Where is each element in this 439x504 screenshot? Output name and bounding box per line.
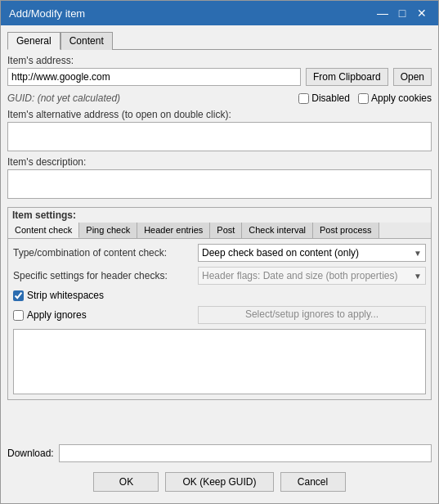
description-label: Item's description: bbox=[7, 156, 432, 168]
inner-tab-content-check[interactable]: Content check bbox=[8, 223, 79, 238]
specific-settings-row: Specific settings for header checks: Hea… bbox=[13, 267, 426, 285]
apply-ignores-label: Apply ignores bbox=[27, 309, 87, 321]
address-input[interactable] bbox=[7, 68, 301, 86]
strip-whitespaces-label: Strip whitespaces bbox=[27, 290, 104, 301]
item-settings-section: Item settings: Content check Ping check … bbox=[7, 207, 432, 400]
maximize-button[interactable]: □ bbox=[394, 6, 410, 20]
description-input[interactable] bbox=[7, 169, 432, 199]
open-button[interactable]: Open bbox=[393, 68, 432, 86]
specific-settings-arrow-icon: ▼ bbox=[414, 272, 422, 281]
address-group: Item's address: From Clipboard Open bbox=[7, 55, 432, 86]
address-row: From Clipboard Open bbox=[7, 68, 432, 86]
description-group: Item's description: bbox=[7, 156, 432, 199]
guid-row: GUID: (not yet calculated) Disabled Appl… bbox=[7, 92, 432, 104]
bottom-area: Download: OK OK (Keep GUID) Cancel bbox=[7, 444, 432, 497]
type-check-label: Type/combination of content check: bbox=[13, 247, 193, 259]
main-window: Add/Modify item — □ ✕ General Content It… bbox=[0, 0, 439, 504]
tab-content[interactable]: Content bbox=[60, 32, 113, 50]
type-check-dropdown[interactable]: Deep check based on content (only) ▼ bbox=[198, 244, 426, 262]
disabled-checkbox-label[interactable]: Disabled bbox=[298, 92, 350, 104]
item-settings-label: Item settings: bbox=[8, 208, 431, 223]
minimize-button[interactable]: — bbox=[374, 6, 391, 20]
window-body: General Content Item's address: From Cli… bbox=[1, 25, 438, 503]
inner-tabs: Content check Ping check Header entries … bbox=[8, 223, 431, 239]
alt-address-group: Item's alternative address (to open on d… bbox=[7, 109, 432, 151]
close-button[interactable]: ✕ bbox=[414, 6, 430, 20]
guid-text: GUID: (not yet calculated) bbox=[7, 92, 120, 104]
apply-ignores-checkbox[interactable] bbox=[13, 310, 24, 321]
apply-cookies-checkbox[interactable] bbox=[358, 93, 369, 104]
window-title: Add/Modify item bbox=[9, 7, 85, 20]
download-input[interactable] bbox=[59, 444, 432, 462]
apply-cookies-checkbox-label[interactable]: Apply cookies bbox=[358, 92, 432, 104]
inner-tab-ping-check[interactable]: Ping check bbox=[79, 223, 137, 238]
inner-tab-check-interval[interactable]: Check interval bbox=[242, 223, 313, 238]
ok-keep-guid-button[interactable]: OK (Keep GUID) bbox=[165, 472, 273, 492]
address-label: Item's address: bbox=[7, 55, 432, 66]
title-bar: Add/Modify item — □ ✕ bbox=[1, 1, 438, 25]
download-label: Download: bbox=[7, 448, 54, 459]
strip-whitespaces-checkbox[interactable] bbox=[13, 290, 24, 301]
ok-button[interactable]: OK bbox=[93, 472, 159, 492]
apply-ignores-checkbox-row: Apply ignores bbox=[13, 309, 193, 321]
action-buttons: OK OK (Keep GUID) Cancel bbox=[7, 467, 432, 497]
download-row: Download: bbox=[7, 444, 432, 462]
alt-address-label: Item's alternative address (to open on d… bbox=[7, 109, 432, 120]
cancel-button[interactable]: Cancel bbox=[280, 472, 346, 492]
settings-grid: Type/combination of content check: Deep … bbox=[8, 239, 431, 329]
strip-whitespaces-row: Strip whitespaces bbox=[13, 290, 426, 301]
title-bar-controls: — □ ✕ bbox=[374, 6, 430, 20]
inner-tab-post-process[interactable]: Post process bbox=[313, 223, 379, 238]
type-check-row: Type/combination of content check: Deep … bbox=[13, 244, 426, 262]
main-tabs: General Content bbox=[7, 32, 432, 50]
apply-ignores-row: Apply ignores Select/setup ignores to ap… bbox=[13, 306, 426, 324]
from-clipboard-button[interactable]: From Clipboard bbox=[306, 68, 388, 86]
inner-tab-post[interactable]: Post bbox=[210, 223, 242, 238]
select-ignores-button: Select/setup ignores to apply... bbox=[198, 306, 426, 324]
settings-spacer bbox=[13, 329, 426, 394]
specific-settings-label: Specific settings for header checks: bbox=[13, 270, 193, 281]
specific-settings-dropdown: Header flags: Date and size (both proper… bbox=[198, 267, 426, 285]
tab-general[interactable]: General bbox=[7, 32, 60, 50]
inner-tab-header-entries[interactable]: Header entries bbox=[137, 223, 210, 238]
disabled-checkbox[interactable] bbox=[298, 93, 309, 104]
type-check-arrow-icon: ▼ bbox=[414, 249, 422, 258]
alt-address-input[interactable] bbox=[7, 122, 432, 151]
